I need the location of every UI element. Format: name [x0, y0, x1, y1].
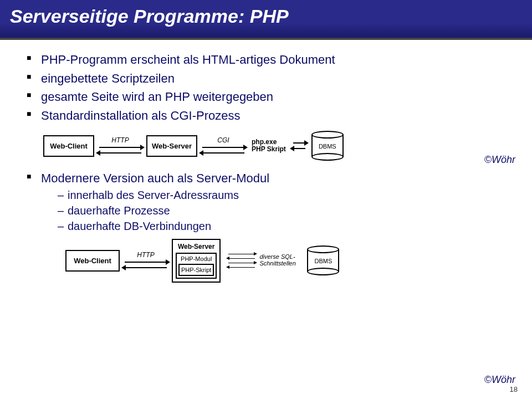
label-php-exe: php.exe PHP Skript	[249, 139, 288, 153]
web-server-label-2: Web-Server	[176, 243, 217, 250]
bullet-item: Modernere Version auch als Server-Modul …	[27, 171, 510, 233]
sql-arrows-col	[224, 252, 259, 269]
label-http: HTTP	[111, 136, 129, 144]
arrow-right-icon	[121, 259, 170, 265]
box-web-client: Web-Client	[43, 135, 94, 157]
content-area: PHP-Programm erscheint als HTML-artiges …	[0, 40, 532, 283]
arrow-right-icon	[199, 145, 248, 150]
php-skript-text-2: PHP-Skript	[181, 267, 211, 273]
sub-bullet-item: dauerhafte Prozesse	[58, 204, 510, 218]
box-web-server: Web-Server	[146, 135, 197, 157]
label-cgi: CGI	[217, 136, 229, 144]
box-web-client-2: Web-Client	[65, 250, 120, 272]
arrow-left-icon	[96, 150, 145, 156]
sub-bullet-item: innerhalb des Server-Adressraums	[58, 188, 510, 202]
bullet-item: eingebettete Scriptzeilen	[27, 71, 510, 86]
title-bar: Serverseitige Programme: PHP	[0, 0, 532, 40]
php-skript-text: PHP Skript	[252, 146, 286, 153]
bullet-text: Modernere Version auch als Server-Modul	[41, 171, 269, 185]
arrow-left-icon	[226, 265, 257, 269]
bullet-list-top: PHP-Programm erscheint als HTML-artiges …	[27, 52, 510, 123]
arrow-left-icon	[199, 150, 248, 156]
arrows-cgi: CGI	[197, 136, 249, 156]
arrows-http: HTTP	[94, 136, 146, 156]
arrow-right-icon	[226, 252, 257, 256]
bullet-item: Standardinstallation als CGI-Prozess	[27, 108, 510, 124]
box-php-skript: PHP-Skript	[178, 264, 214, 276]
sub-bullet-item: dauerhafte DB-Verbindungen	[58, 219, 510, 233]
sub-bullet-list: innerhalb des Server-Adressraums dauerha…	[41, 188, 510, 233]
arrow-right-icon	[96, 145, 145, 150]
cylinder-dbms: DBMS	[311, 131, 344, 161]
slide-title: Serverseitige Programme: PHP	[10, 6, 522, 27]
credit-1: ©Wöhr	[484, 154, 515, 166]
php-modul-text: PHP-Modul	[178, 255, 214, 262]
arrows-http-2: HTTP	[120, 251, 172, 270]
bullet-item: PHP-Programm erscheint als HTML-artiges …	[27, 52, 510, 68]
page-number: 18	[510, 385, 518, 393]
cylinder-dbms-2: DBMS	[307, 245, 339, 275]
dbms-label: DBMS	[311, 143, 344, 150]
box-web-server-nested: Web-Server PHP-Modul PHP-Skript	[172, 239, 221, 283]
label-http-2: HTTP	[137, 251, 154, 259]
bullet-item: gesamte Seite wird an PHP weitergegeben	[27, 89, 510, 105]
dbms-label-2: DBMS	[307, 258, 339, 264]
diagram-module: Web-Client HTTP Web-Server PHP-Modul PHP…	[65, 239, 510, 283]
label-sql: diverse SQL-Schnittstellen	[259, 254, 304, 267]
arrow-right-icon	[226, 261, 257, 265]
bullet-list-mid: Modernere Version auch als Server-Modul …	[27, 171, 510, 233]
arrow-left-icon	[121, 265, 170, 270]
tiny-arrows	[226, 252, 257, 269]
arrows-db	[288, 140, 310, 151]
diagram-cgi: Web-Client HTTP Web-Server CGI php.exe P…	[43, 131, 510, 161]
arrow-left-icon	[290, 146, 309, 151]
box-php-modul: PHP-Modul PHP-Skript	[176, 253, 217, 279]
credit-2: ©Wöhr	[484, 374, 515, 386]
arrow-right-icon	[290, 140, 309, 146]
arrow-left-icon	[226, 257, 257, 260]
